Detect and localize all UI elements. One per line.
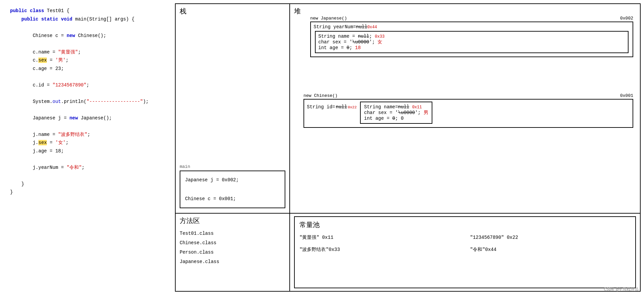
code-line-20: j.yearNum = "令和";: [10, 163, 165, 172]
chinese-inner: String name=null 0x11 char sex = '\u0000…: [360, 102, 432, 124]
const-2: "1234567890" 0x22: [470, 233, 631, 242]
heap-title: 堆: [294, 7, 636, 16]
code-line-2: public static void main(String[] args) {: [10, 15, 165, 24]
stack-title: 栈: [180, 7, 285, 16]
stack-panel: 栈 main Japanese j = 0x002; Chinese c = 0…: [176, 4, 290, 213]
heap-panel: 堆 new Japanese() 0x002 String yearNum=nu…: [290, 4, 640, 213]
chinese-object: new Chinese() 0x001 String id=null0x22 S…: [303, 93, 633, 128]
method-class-3: Person.class: [180, 248, 285, 257]
code-line-8: c.age = 23;: [10, 65, 165, 73]
code-line-3: [10, 23, 165, 32]
code-line-19: [10, 155, 165, 163]
method-list: Test01.class Chinese.class Person.class …: [180, 229, 285, 266]
method-title: 方法区: [180, 216, 285, 225]
method-class-2: Chinese.class: [180, 238, 285, 248]
constant-inner: 常量池 "黄显强" 0x11 "1234567890" 0x22 "波多野结衣"…: [294, 216, 636, 288]
code-line-13: [10, 106, 165, 114]
const-4: "令和"0x44: [470, 245, 631, 254]
japanese-addr: 0x002: [620, 16, 633, 21]
diagram-bottom: 方法区 Test01.class Chinese.class Person.cl…: [176, 214, 640, 291]
japanese-inner: String name = null; 0x33 char sex = '\u0…: [315, 31, 629, 53]
japanese-year-field: String yearNum=null0x44: [314, 24, 630, 30]
code-line-4: Chinese c = new Chinese();: [10, 32, 165, 40]
code-line-21: [10, 172, 165, 180]
japanese-object: new Japanese() 0x002 String yearNum=null…: [310, 16, 633, 57]
code-line-6: c.name = "黄显强";: [10, 48, 165, 57]
chinese-outer: String id=null0x22 String name=null 0x11…: [303, 99, 633, 128]
code-line-23: }: [10, 188, 165, 196]
chinese-addr: 0x001: [620, 93, 633, 98]
code-line-18: j.age = 18;: [10, 147, 165, 155]
code-panel: public class Test01 { public static void…: [3, 3, 172, 292]
code-line-10: c.id = "1234567890";: [10, 81, 165, 89]
method-class-4: Japanese.class: [180, 257, 285, 266]
japanese-age-field: int age = 0; 18: [318, 45, 625, 50]
code-line-17: j.sex = '女';: [10, 139, 165, 147]
code-line-11: [10, 89, 165, 98]
japanese-label: new Japanese(): [310, 16, 347, 21]
code-line-12: System.out.println("------------------")…: [10, 98, 165, 106]
code-line-9: [10, 73, 165, 81]
code-line-1: public class Test01 {: [10, 7, 165, 15]
code-line-16: j.name = "波多野结衣";: [10, 131, 165, 139]
code-line-15: [10, 122, 165, 131]
constant-panel: 常量池 "黄显强" 0x11 "1234567890" 0x22 "波多野结衣"…: [290, 214, 640, 291]
stack-var-c: Chinese c = 0x001;: [185, 194, 280, 204]
const-3: "波多野结衣"0x33: [299, 245, 460, 254]
chinese-name-field: String name=null 0x11: [364, 104, 428, 110]
code-line-22: }: [10, 180, 165, 188]
stack-var-j: Japanese j = 0x002;: [185, 175, 280, 185]
diagram-area: 栈 main Japanese j = 0x002; Chinese c = 0…: [175, 3, 641, 292]
japanese-outer: String yearNum=null0x44 String name = nu…: [310, 22, 633, 57]
stack-var-blank: [185, 185, 280, 194]
method-panel: 方法区 Test01.class Chinese.class Person.cl…: [176, 214, 290, 291]
chinese-label: new Chinese(): [303, 93, 337, 98]
chinese-age-field: int age = 0; 0: [364, 116, 428, 121]
chinese-sex-field: char sex = '\u0000'; 男: [364, 110, 428, 116]
const-1: "黄显强" 0x11: [299, 233, 460, 242]
japanese-name-field: String name = null; 0x33: [318, 34, 625, 39]
japanese-sex-field: char sex = '\u0000'; 女: [318, 39, 625, 45]
method-class-1: Test01.class: [180, 229, 285, 238]
constant-title: 常量池: [299, 220, 631, 229]
diagram-top: 栈 main Japanese j = 0x002; Chinese c = 0…: [176, 4, 640, 214]
code-line-14: Japanese j = new Japanese();: [10, 114, 165, 122]
chinese-id-field: String id=null0x22 String name=null 0x11…: [307, 102, 630, 124]
stack-frame-box: Japanese j = 0x002; Chinese c = 0x001;: [180, 171, 285, 208]
stack-frame-label: main: [180, 164, 285, 169]
code-line-5: [10, 40, 165, 48]
watermark: CSDN @牛马程序员: [604, 287, 639, 292]
code-line-7: c.sex = '男';: [10, 56, 165, 65]
constant-grid: "黄显强" 0x11 "1234567890" 0x22 "波多野结衣"0x33…: [299, 233, 631, 254]
